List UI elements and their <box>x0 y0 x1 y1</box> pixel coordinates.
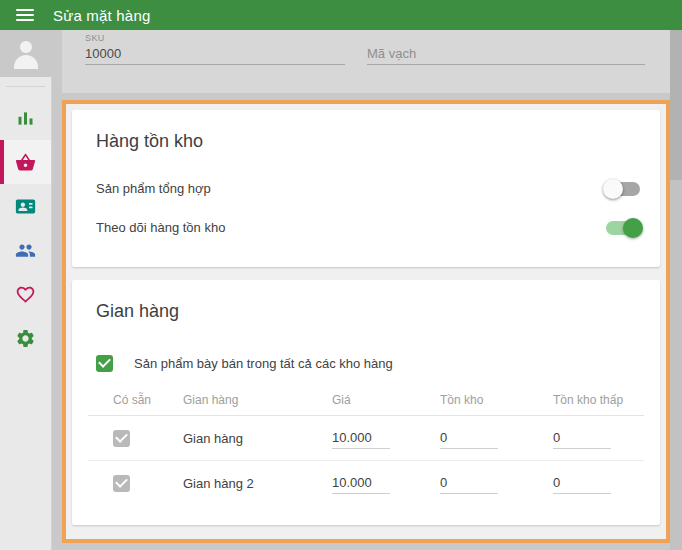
composite-product-label: Sản phẩm tổng hợp <box>96 181 211 196</box>
heart-icon <box>15 284 36 305</box>
sku-underline <box>85 64 345 65</box>
gear-icon <box>15 328 36 349</box>
all-stores-label: Sản phẩm bày bán trong tất cả các kho hà… <box>134 356 393 371</box>
track-inventory-row: Theo dõi hàng tồn kho <box>88 208 644 247</box>
sidebar-item-settings[interactable] <box>0 316 51 360</box>
inventory-section-title: Hàng tồn kho <box>96 130 644 155</box>
col-low-stock: Tồn kho thấp <box>553 393 644 407</box>
id-card-icon <box>15 196 36 217</box>
table-row: Gian hàng 2 10.000 0 0 <box>88 461 644 505</box>
main-content: SKU 10000 Mã vạch Hàng tồn kho Sản phẩm … <box>52 30 670 550</box>
basket-icon <box>15 152 36 173</box>
row-available-checkbox[interactable] <box>113 430 130 447</box>
stock-input[interactable]: 0 <box>440 475 498 494</box>
avatar[interactable] <box>0 30 52 77</box>
sku-label: SKU <box>85 33 345 44</box>
sidebar <box>0 30 52 550</box>
price-input[interactable]: 10.000 <box>332 475 390 494</box>
people-icon <box>15 240 36 261</box>
composite-product-row: Sản phẩm tổng hợp <box>88 169 644 208</box>
app-header: Sửa mặt hàng <box>0 0 682 30</box>
stores-table-header: Có sẵn Gian hàng Giá Tồn kho Tồn kho thấ… <box>88 385 644 416</box>
store-name: Gian hàng <box>183 431 332 446</box>
stock-input[interactable]: 0 <box>440 430 498 449</box>
page-title: Sửa mặt hàng <box>53 7 151 24</box>
barcode-input[interactable]: Mã vạch <box>367 44 645 63</box>
sidebar-item-customers[interactable] <box>0 228 51 272</box>
menu-icon[interactable] <box>16 9 34 22</box>
scrollbar[interactable] <box>670 30 682 550</box>
stores-section-title: Gian hàng <box>96 300 644 325</box>
sidebar-divider <box>6 86 45 87</box>
stores-table: Có sẵn Gian hàng Giá Tồn kho Tồn kho thấ… <box>88 385 644 505</box>
row-available-checkbox[interactable] <box>113 475 130 492</box>
col-available: Có sẵn <box>113 393 183 407</box>
inventory-section: Hàng tồn kho Sản phẩm tổng hợp Theo dõi … <box>72 110 660 267</box>
person-icon <box>11 39 41 69</box>
track-inventory-label: Theo dõi hàng tồn kho <box>96 220 225 235</box>
scrollbar-thumb[interactable] <box>670 30 682 180</box>
barcode-underline <box>367 64 645 65</box>
bar-chart-icon <box>15 108 36 129</box>
track-inventory-toggle[interactable] <box>606 221 640 235</box>
col-price: Giá <box>332 393 440 407</box>
all-stores-row: Sản phẩm bày bán trong tất cả các kho hà… <box>88 353 644 373</box>
sidebar-item-employees[interactable] <box>0 184 51 228</box>
stores-section: Gian hàng Sản phẩm bày bán trong tất cả … <box>72 280 660 525</box>
sidebar-item-items[interactable] <box>0 140 51 184</box>
store-name: Gian hàng 2 <box>183 476 332 491</box>
price-input[interactable]: 10.000 <box>332 430 390 449</box>
sku-input[interactable]: 10000 <box>85 44 345 63</box>
table-row: Gian hàng 10.000 0 0 <box>88 416 644 461</box>
composite-product-toggle[interactable] <box>606 182 640 196</box>
low-stock-input[interactable]: 0 <box>553 430 611 449</box>
sidebar-item-reports[interactable] <box>0 96 51 140</box>
col-stock: Tồn kho <box>440 393 553 407</box>
highlight-box: Hàng tồn kho Sản phẩm tổng hợp Theo dõi … <box>62 100 670 543</box>
all-stores-checkbox[interactable] <box>96 355 113 372</box>
sidebar-item-favorites[interactable] <box>0 272 51 316</box>
low-stock-input[interactable]: 0 <box>553 475 611 494</box>
item-form-card: SKU 10000 Mã vạch <box>62 30 670 93</box>
col-store: Gian hàng <box>183 393 332 407</box>
